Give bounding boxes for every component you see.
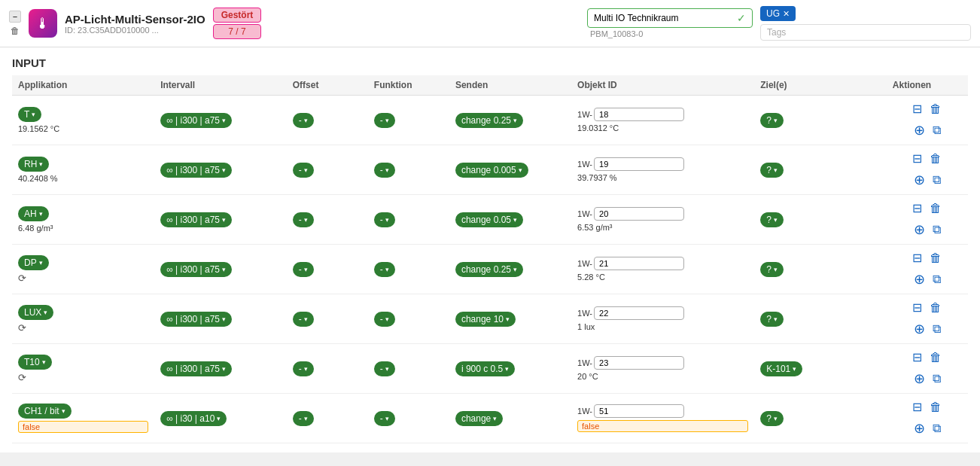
offset-pill-0[interactable]: -▾: [293, 113, 314, 128]
senden-arrow-icon: ▾: [519, 166, 522, 174]
funktion-cell-3: -▾: [368, 245, 449, 294]
funktion-pill-5[interactable]: -▾: [374, 361, 395, 376]
columns-icon-3[interactable]: ⊟: [911, 249, 924, 267]
delete-button-1[interactable]: 🗑: [928, 151, 943, 167]
add-button-6[interactable]: ⊕: [912, 419, 927, 438]
question-pill-3[interactable]: ?▾: [760, 262, 784, 277]
copy-button-0[interactable]: ⧉: [931, 122, 942, 139]
columns-icon-1[interactable]: ⊟: [911, 150, 924, 167]
senden-pill-4[interactable]: change 10▾: [455, 312, 516, 327]
app-arrow-icon: ▾: [39, 160, 43, 168]
question-pill-6[interactable]: ?▾: [760, 411, 784, 426]
senden-pill-1[interactable]: change 0.005▾: [455, 163, 528, 178]
offset-pill-3[interactable]: -▾: [293, 262, 314, 277]
trash-icon-button[interactable]: 🗑: [9, 25, 21, 37]
funktion-pill-4[interactable]: -▾: [374, 312, 395, 327]
objekt-cell-0: 1W-19.0312 °C: [571, 96, 754, 145]
funktion-arrow-icon: ▾: [385, 117, 389, 124]
intervall-pill-4[interactable]: ∞ | i300 | a75▾: [160, 312, 232, 327]
location-dropdown[interactable]: Multi IO Technikraum ✓: [587, 8, 753, 28]
obj-id-input-2[interactable]: [594, 207, 684, 221]
funktion-pill-2[interactable]: -▾: [374, 212, 395, 227]
table-row: DP▾⟳∞ | i300 | a75▾-▾-▾change 0.25▾1W-5.…: [12, 245, 968, 294]
funktion-pill-1[interactable]: -▾: [374, 163, 395, 178]
offset-pill-4[interactable]: -▾: [293, 312, 314, 327]
senden-pill-5[interactable]: i 900 c 0.5▾: [455, 361, 515, 376]
senden-pill-3[interactable]: change 0.25▾: [455, 262, 523, 277]
copy-button-4[interactable]: ⧉: [931, 321, 942, 337]
columns-icon-2[interactable]: ⊟: [911, 199, 924, 217]
intervall-pill-3[interactable]: ∞ | i300 | a75▾: [160, 262, 232, 277]
delete-button-6[interactable]: 🗑: [928, 399, 943, 416]
copy-button-2[interactable]: ⧉: [931, 221, 942, 238]
question-pill-1[interactable]: ?▾: [760, 163, 784, 178]
offset-pill-5[interactable]: -▾: [293, 361, 314, 376]
objekt-cell-3: 1W-5.28 °C: [571, 245, 754, 294]
funktion-pill-3[interactable]: -▾: [374, 262, 395, 277]
offset-pill-2[interactable]: -▾: [293, 212, 314, 227]
delete-button-5[interactable]: 🗑: [928, 349, 943, 366]
ziel-pill-5[interactable]: K-101▾: [760, 361, 802, 376]
app-value-1: 40.2408 %: [18, 174, 148, 183]
senden-arrow-icon: ▾: [506, 315, 510, 323]
copy-button-3[interactable]: ⧉: [931, 271, 942, 288]
intervall-pill-2[interactable]: ∞ | i300 | a75▾: [160, 212, 232, 227]
offset-pill-6[interactable]: -▾: [293, 411, 314, 426]
delete-button-2[interactable]: 🗑: [928, 200, 943, 217]
app-pill-3[interactable]: DP▾: [18, 255, 49, 270]
app-pill-1[interactable]: RH▾: [18, 157, 49, 172]
offset-arrow-icon: ▾: [304, 266, 308, 273]
aktionen-cell-4: ⊟ 🗑 ⊕ ⧉: [887, 294, 968, 344]
intervall-pill-0[interactable]: ∞ | i300 | a75▾: [160, 113, 232, 128]
aktionen-cell-0: ⊟ 🗑 ⊕ ⧉: [887, 96, 968, 145]
intervall-pill-6[interactable]: ∞ | i30 | a10▾: [160, 411, 227, 426]
app-pill-0[interactable]: T▾: [18, 107, 41, 122]
funktion-pill-0[interactable]: -▾: [374, 113, 395, 128]
delete-button-0[interactable]: 🗑: [928, 101, 943, 117]
delete-button-3[interactable]: 🗑: [928, 250, 943, 267]
ug-close-icon[interactable]: ✕: [783, 9, 790, 19]
offset-cell-2: -▾: [287, 195, 368, 245]
tags-input[interactable]: Tags: [760, 24, 971, 41]
columns-icon-4[interactable]: ⊟: [911, 299, 924, 316]
minus-button[interactable]: −: [9, 11, 21, 23]
intervall-pill-5[interactable]: ∞ | i300 | a75▾: [160, 361, 232, 376]
copy-button-6[interactable]: ⧉: [931, 420, 942, 437]
obj-id-input-5[interactable]: [594, 356, 684, 370]
obj-id-input-3[interactable]: [594, 257, 684, 270]
senden-pill-6[interactable]: change▾: [455, 411, 503, 426]
obj-id-input-6[interactable]: [594, 404, 684, 418]
funktion-pill-6[interactable]: -▾: [374, 411, 395, 426]
obj-id-input-0[interactable]: [594, 108, 684, 121]
app-pill-2[interactable]: AH▾: [18, 206, 49, 221]
senden-pill-0[interactable]: change 0.25▾: [455, 113, 523, 128]
funktion-cell-1: -▾: [368, 145, 449, 195]
columns-icon-0[interactable]: ⊟: [911, 100, 924, 117]
senden-cell-4: change 10▾: [449, 294, 571, 344]
app-pill-4[interactable]: LUX▾: [18, 305, 53, 320]
columns-icon-6[interactable]: ⊟: [911, 398, 924, 416]
obj-id-input-1[interactable]: [594, 157, 684, 171]
question-pill-4[interactable]: ?▾: [760, 312, 784, 327]
copy-button-1[interactable]: ⧉: [931, 172, 942, 188]
add-button-0[interactable]: ⊕: [912, 120, 927, 140]
input-table: Applikation Intervall Offset Funktion Se…: [12, 75, 968, 443]
question-pill-0[interactable]: ?▾: [760, 113, 784, 128]
question-pill-2[interactable]: ?▾: [760, 212, 784, 227]
offset-pill-1[interactable]: -▾: [293, 163, 314, 178]
copy-button-5[interactable]: ⧉: [931, 370, 942, 387]
app-pill-6[interactable]: CH1 / bit▾: [18, 404, 72, 419]
add-button-1[interactable]: ⊕: [912, 170, 927, 190]
app-pill-5[interactable]: T10▾: [18, 355, 52, 370]
intervall-cell-3: ∞ | i300 | a75▾: [154, 245, 287, 294]
add-button-3[interactable]: ⊕: [912, 270, 927, 289]
intervall-pill-1[interactable]: ∞ | i300 | a75▾: [160, 163, 232, 178]
add-button-4[interactable]: ⊕: [912, 319, 927, 339]
senden-pill-2[interactable]: change 0.05▾: [455, 212, 523, 227]
add-button-2[interactable]: ⊕: [912, 220, 927, 239]
columns-icon-5[interactable]: ⊟: [911, 349, 924, 366]
delete-button-4[interactable]: 🗑: [928, 300, 943, 316]
obj-id-input-4[interactable]: [594, 306, 684, 320]
col-aktionen: Aktionen: [887, 75, 968, 96]
add-button-5[interactable]: ⊕: [912, 369, 927, 388]
